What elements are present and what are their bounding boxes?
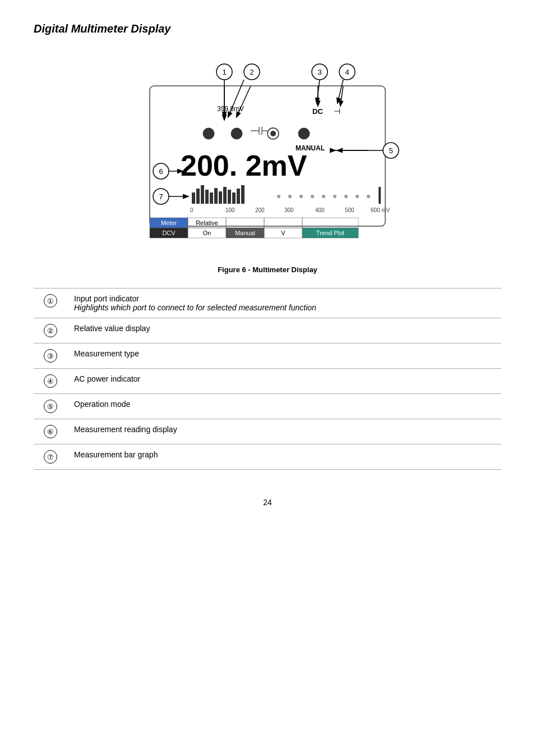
table-cell-desc-4: AC power indicator	[67, 369, 501, 394]
svg-point-32	[277, 195, 280, 198]
table-row-5: ⑤ Operation mode	[34, 394, 501, 419]
svg-rect-20	[192, 193, 195, 204]
table-cell-number-7: ⑦	[34, 445, 67, 470]
svg-text:600 mV: 600 mV	[371, 207, 390, 213]
table-cell-number-6: ⑥	[34, 419, 67, 445]
row1-description: Highlights which port to connect to for …	[74, 303, 495, 312]
table-cell-desc-1: Input port indicator Highlights which po…	[67, 288, 501, 318]
svg-point-36	[322, 195, 325, 198]
circled-number-2: ②	[44, 324, 57, 337]
row5-title: Operation mode	[74, 400, 495, 409]
svg-text:400: 400	[315, 207, 325, 213]
svg-text:200: 200	[255, 207, 265, 213]
circled-number-7: ⑦	[44, 450, 57, 464]
svg-point-35	[311, 195, 314, 198]
diagram-container: 399.8mV DC ⊣ MANUAL 200. 2mV	[34, 52, 501, 260]
page-number: 24	[34, 498, 501, 507]
figure-caption: Figure 6 - Multimeter Display	[34, 265, 501, 274]
table-row-1: ① Input port indicator Highlights which …	[34, 288, 501, 318]
svg-rect-25	[214, 188, 218, 204]
svg-text:Relative: Relative	[196, 219, 218, 226]
svg-text:3: 3	[317, 68, 321, 76]
svg-rect-29	[232, 193, 236, 204]
svg-text:⊣: ⊣	[334, 107, 340, 116]
svg-text:DC: DC	[312, 107, 323, 116]
svg-text:On: On	[203, 230, 211, 236]
svg-text:500: 500	[345, 207, 354, 213]
svg-rect-28	[228, 190, 231, 204]
svg-rect-26	[219, 191, 222, 204]
svg-rect-27	[223, 187, 227, 204]
circled-number-3: ③	[44, 349, 57, 363]
svg-text:100: 100	[225, 207, 235, 213]
page-title: Digital Multimeter Display	[34, 22, 501, 35]
table-cell-number-1: ①	[34, 288, 67, 318]
row6-title: Measurement reading display	[74, 425, 495, 434]
svg-text:2: 2	[250, 68, 253, 76]
svg-point-1	[203, 128, 214, 139]
table-row-3: ③ Measurement type	[34, 343, 501, 369]
row4-title: AC power indicator	[74, 374, 495, 383]
svg-point-39	[356, 195, 359, 198]
svg-rect-24	[210, 193, 213, 204]
svg-point-4	[270, 131, 276, 136]
svg-rect-23	[205, 190, 209, 204]
table-row-6: ⑥ Measurement reading display	[34, 419, 501, 445]
circled-number-1: ①	[44, 294, 57, 308]
svg-rect-21	[196, 189, 200, 204]
svg-text:7: 7	[159, 193, 163, 201]
svg-point-37	[333, 195, 336, 198]
table-row-2: ② Relative value display	[34, 318, 501, 343]
svg-rect-30	[237, 189, 240, 204]
table-cell-desc-2: Relative value display	[67, 318, 501, 343]
svg-rect-22	[201, 185, 204, 204]
table-cell-number-3: ③	[34, 343, 67, 369]
table-row-7: ⑦ Measurement bar graph	[34, 445, 501, 470]
svg-point-34	[299, 195, 303, 198]
circled-number-6: ⑥	[44, 425, 57, 438]
table-cell-number-4: ④	[34, 369, 67, 394]
table-cell-desc-6: Measurement reading display	[67, 419, 501, 445]
row2-title: Relative value display	[74, 324, 495, 333]
svg-rect-41	[379, 187, 381, 204]
multimeter-diagram: 399.8mV DC ⊣ MANUAL 200. 2mV	[105, 52, 430, 260]
circled-number-4: ④	[44, 374, 57, 388]
svg-text:Trend Plot: Trend Plot	[316, 230, 344, 236]
row3-title: Measurement type	[74, 349, 495, 358]
svg-point-5	[298, 128, 310, 139]
svg-text:4: 4	[345, 68, 349, 76]
svg-text:1: 1	[222, 68, 226, 76]
table-cell-desc-3: Measurement type	[67, 343, 501, 369]
info-table: ① Input port indicator Highlights which …	[34, 288, 501, 470]
row1-title: Input port indicator	[74, 294, 495, 303]
svg-text:0: 0	[190, 207, 193, 213]
row7-title: Measurement bar graph	[74, 450, 495, 459]
svg-point-2	[231, 128, 242, 139]
svg-text:5: 5	[389, 146, 393, 155]
svg-text:6: 6	[159, 167, 163, 176]
svg-point-33	[288, 195, 292, 198]
svg-text:DCV: DCV	[162, 230, 176, 236]
svg-text:V: V	[281, 230, 285, 236]
table-cell-number-2: ②	[34, 318, 67, 343]
table-row-4: ④ AC power indicator	[34, 369, 501, 394]
svg-text:Meter: Meter	[161, 219, 177, 226]
svg-point-40	[367, 195, 370, 198]
svg-text:200. 2mV: 200. 2mV	[181, 149, 307, 182]
table-cell-desc-7: Measurement bar graph	[67, 445, 501, 470]
svg-rect-31	[241, 185, 245, 204]
svg-point-38	[344, 195, 348, 198]
table-cell-number-5: ⑤	[34, 394, 67, 419]
svg-text:300: 300	[284, 207, 294, 213]
table-cell-desc-5: Operation mode	[67, 394, 501, 419]
svg-text:Manual: Manual	[235, 230, 255, 236]
circled-number-5: ⑤	[44, 400, 57, 413]
